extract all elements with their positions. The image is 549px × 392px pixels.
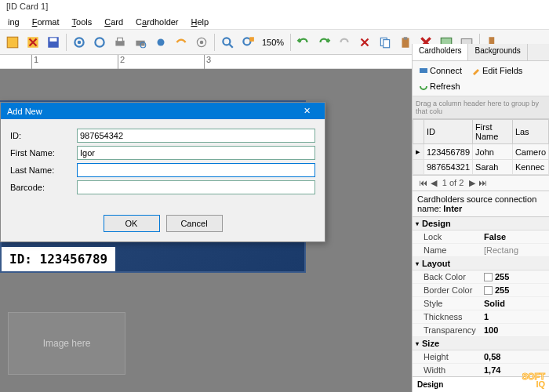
zoom-level[interactable]: 150% xyxy=(259,38,287,47)
table-row[interactable]: 987654321SarahKennec xyxy=(413,160,549,175)
edit-fields-button[interactable]: Edit Fields xyxy=(467,64,526,78)
close-icon[interactable]: ✕ xyxy=(295,106,318,116)
last-icon[interactable]: ⏭ xyxy=(478,178,487,187)
id-text-field[interactable]: ID: 123456789 xyxy=(2,247,115,271)
zoom-fit-icon[interactable] xyxy=(238,33,257,52)
firstname-input[interactable] xyxy=(77,146,315,160)
col-firstname[interactable]: First Name xyxy=(473,120,513,144)
target-icon[interactable] xyxy=(192,33,211,52)
redo-icon[interactable] xyxy=(314,33,333,52)
right-panel: Cardholders Backgrounds Connect Edit Fie… xyxy=(412,44,549,392)
cat-layout[interactable]: ▾Layout xyxy=(413,257,549,270)
cardholders-grid[interactable]: IDFirst NameLas ▸123456789JohnCamero 987… xyxy=(413,119,549,176)
menu-format[interactable]: FFormatormat xyxy=(27,16,64,27)
barcode-input[interactable] xyxy=(77,180,315,194)
svg-rect-21 xyxy=(404,37,408,39)
svg-line-15 xyxy=(229,44,233,48)
cat-size[interactable]: ▾Size xyxy=(413,337,549,350)
property-grid[interactable]: ▾Design LockFalse Name[Rectang ▾Layout B… xyxy=(413,217,549,376)
lastname-label: Last Name: xyxy=(10,165,77,175)
svg-rect-8 xyxy=(118,38,123,42)
svg-point-13 xyxy=(200,40,204,44)
svg-point-5 xyxy=(78,40,82,44)
add-new-dialog: Add New ✕ ID: First Name: Last Name: Bar… xyxy=(0,102,325,242)
image-placeholder[interactable]: Image here xyxy=(8,312,125,375)
svg-rect-25 xyxy=(420,68,427,73)
zoom-icon[interactable] xyxy=(218,33,237,52)
menu-card[interactable]: Card xyxy=(100,16,128,27)
svg-rect-3 xyxy=(50,38,57,42)
copy-icon[interactable] xyxy=(376,33,394,52)
col-lastname[interactable]: Las xyxy=(512,120,548,144)
dialog-titlebar[interactable]: Add New ✕ xyxy=(1,103,325,119)
menu-bar: ing FFormatormat Tools Card Cardholder H… xyxy=(0,14,549,30)
svg-rect-17 xyxy=(249,37,254,42)
menu-cardholder[interactable]: Cardholder xyxy=(131,16,183,27)
undo-icon[interactable] xyxy=(294,33,313,52)
svg-point-16 xyxy=(243,38,250,45)
id-label: ID: xyxy=(10,131,77,140)
cat-design[interactable]: ▾Design xyxy=(413,217,549,230)
table-row[interactable]: ▸123456789JohnCamero xyxy=(413,144,549,160)
svg-point-14 xyxy=(223,38,230,45)
col-id[interactable]: ID xyxy=(424,120,473,144)
lastname-input[interactable] xyxy=(77,163,315,177)
print-icon[interactable] xyxy=(111,33,129,52)
barcode-label: Barcode: xyxy=(10,183,77,192)
prev-icon[interactable]: ◀ xyxy=(431,178,437,187)
connect-button[interactable]: Connect xyxy=(415,64,466,78)
first-icon[interactable]: ⏮ xyxy=(419,178,427,187)
grid-pager[interactable]: ⏮◀ 1 of 2 ▶⏭ xyxy=(413,176,549,191)
toolbar-icon[interactable] xyxy=(3,33,22,52)
refresh-button[interactable]: Refresh xyxy=(415,79,464,93)
cut-icon[interactable] xyxy=(355,33,374,52)
svg-point-6 xyxy=(95,38,104,46)
gear2-icon[interactable] xyxy=(90,33,109,52)
menu-help[interactable]: Help xyxy=(187,16,214,27)
firstname-label: First Name: xyxy=(10,148,77,158)
preview-icon[interactable] xyxy=(131,33,150,52)
svg-point-11 xyxy=(158,38,165,45)
connect-icon[interactable] xyxy=(172,33,191,52)
source-connection: Cardholders source connection name: Inte… xyxy=(413,191,549,217)
tab-backgrounds[interactable]: Backgrounds xyxy=(468,44,527,60)
dialog-title: Add New xyxy=(7,107,42,116)
save-icon[interactable] xyxy=(44,33,63,52)
gear-icon[interactable] xyxy=(70,33,89,52)
cancel-button[interactable]: Cancel xyxy=(166,215,223,232)
undo-gray-icon[interactable] xyxy=(335,33,354,52)
group-hint: Drag a column header here to group by th… xyxy=(413,96,549,119)
menu-item[interactable]: ing xyxy=(3,16,24,27)
tab-cardholders[interactable]: Cardholders xyxy=(413,44,468,60)
ok-button[interactable]: OK xyxy=(104,215,160,232)
watermark: SOFTIQ xyxy=(522,373,545,388)
settings-icon[interactable] xyxy=(151,33,170,52)
menu-tools[interactable]: Tools xyxy=(67,16,97,27)
svg-rect-0 xyxy=(7,37,18,48)
svg-rect-19 xyxy=(384,39,390,47)
title-bar: [ID Card 1] xyxy=(0,0,549,14)
delete-icon[interactable] xyxy=(24,33,42,52)
id-input[interactable] xyxy=(77,129,315,143)
next-icon[interactable]: ▶ xyxy=(469,178,475,187)
